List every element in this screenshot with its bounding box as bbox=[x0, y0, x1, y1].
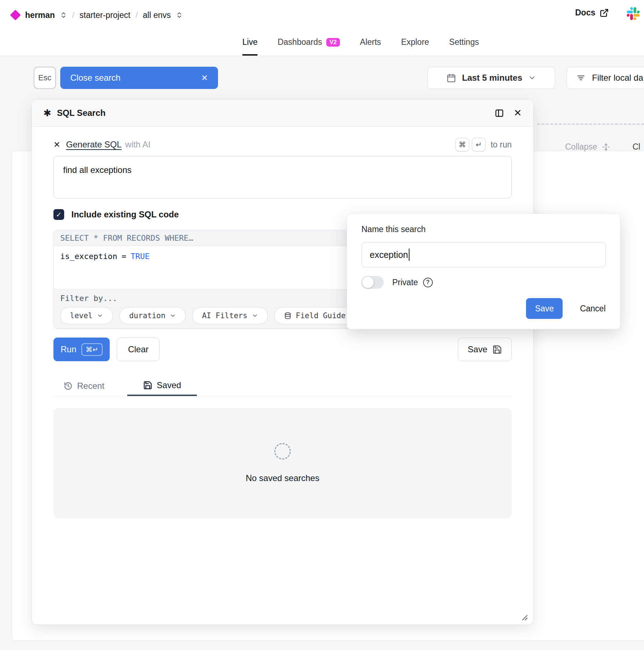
code-field: is_exception bbox=[60, 252, 117, 261]
generate-sql-row: ✕ Generate SQL with AI ⌘ ↵ to run bbox=[53, 137, 512, 152]
search-list-tabs: Recent Saved bbox=[53, 376, 512, 396]
ai-prompt-input[interactable]: find all exceptions bbox=[53, 156, 512, 198]
close-icon: ✕ bbox=[201, 74, 208, 82]
brand-diamond-icon bbox=[10, 10, 21, 20]
modal-title: Name this search bbox=[361, 225, 606, 234]
panel-title: SQL Search bbox=[57, 108, 106, 118]
generate-sql-suffix: with AI bbox=[125, 140, 151, 150]
env-selector[interactable]: all envs bbox=[143, 10, 171, 20]
private-label: Private bbox=[392, 278, 418, 287]
saved-searches-empty-state: No saved searches bbox=[53, 408, 512, 518]
close-search-button[interactable]: Close search ✕ bbox=[60, 67, 218, 89]
calendar-icon bbox=[446, 73, 456, 83]
sparkle-icon: ✱ bbox=[43, 108, 51, 119]
private-toggle-row: Private ? bbox=[361, 276, 606, 289]
private-toggle[interactable] bbox=[361, 276, 384, 289]
chevron-down-icon bbox=[170, 312, 176, 319]
sql-search-panel-header: ✱ SQL Search ✕ bbox=[32, 100, 533, 127]
check-icon: ✓ bbox=[56, 211, 62, 219]
collapse-icon bbox=[602, 143, 610, 151]
breadcrumb-separator: / bbox=[72, 10, 75, 20]
save-floppy-icon bbox=[143, 381, 152, 390]
generate-sql-link[interactable]: Generate SQL bbox=[66, 140, 122, 150]
chart-dashed-divider bbox=[537, 123, 644, 125]
database-icon bbox=[284, 312, 292, 320]
main-nav: Live Dashboards V2 Alerts Explore Settin… bbox=[242, 37, 479, 56]
search-name-value: exception bbox=[370, 250, 408, 260]
time-range-label: Last 5 minutes bbox=[462, 73, 522, 83]
chip-ai-filters[interactable]: AI Filters bbox=[192, 307, 267, 324]
include-sql-label: Include existing SQL code bbox=[71, 209, 179, 220]
breadcrumb-separator: / bbox=[136, 10, 138, 20]
breadcrumb: herman / starter-project / all envs bbox=[11, 7, 183, 23]
filter-local-button[interactable]: Filter local da bbox=[567, 67, 644, 89]
run-shortcut-badge: ⌘↵ bbox=[81, 343, 103, 356]
cmd-key-icon: ⌘ bbox=[455, 138, 469, 151]
org-selector[interactable]: herman bbox=[25, 10, 55, 20]
editor-actions-row: Run ⌘↵ Clear Save bbox=[53, 338, 512, 361]
sql-search-panel: ✱ SQL Search ✕ ✕ Generate SQL with AI ⌘ … bbox=[32, 99, 534, 625]
code-operator: = bbox=[122, 252, 126, 261]
tab-dashboards[interactable]: Dashboards V2 bbox=[278, 37, 340, 56]
chip-field-guide[interactable]: Field Guide bbox=[274, 307, 355, 324]
esc-key-badge: Esc bbox=[34, 67, 56, 89]
dismiss-generate-icon[interactable]: ✕ bbox=[53, 140, 60, 150]
chip-level[interactable]: level bbox=[60, 307, 113, 324]
empty-spinner-icon bbox=[274, 443, 291, 460]
clear-filters-partial-label[interactable]: Cl bbox=[633, 142, 640, 152]
tab-live[interactable]: Live bbox=[242, 37, 257, 56]
tab-saved[interactable]: Saved bbox=[127, 376, 197, 396]
clear-button[interactable]: Clear bbox=[117, 338, 160, 361]
panel-resize-handle[interactable] bbox=[520, 613, 528, 621]
close-panel-icon[interactable]: ✕ bbox=[513, 108, 522, 118]
tab-settings[interactable]: Settings bbox=[449, 37, 479, 56]
run-shortcut-hint: ⌘ ↵ to run bbox=[455, 138, 512, 151]
chevron-down-icon bbox=[97, 312, 103, 319]
collapse-label: Collapse bbox=[565, 142, 597, 152]
code-value: TRUE bbox=[131, 252, 150, 261]
help-question-icon[interactable]: ? bbox=[423, 278, 433, 287]
include-sql-checkbox[interactable]: ✓ bbox=[53, 209, 64, 220]
text-caret bbox=[409, 249, 409, 261]
search-name-input[interactable]: exception bbox=[361, 242, 606, 267]
empty-state-message: No saved searches bbox=[246, 473, 319, 483]
collapse-control[interactable]: Collapse bbox=[565, 142, 610, 152]
chevron-up-down-icon[interactable] bbox=[60, 11, 67, 19]
tab-explore[interactable]: Explore bbox=[401, 37, 429, 56]
chevron-up-down-icon[interactable] bbox=[176, 11, 183, 19]
modal-save-button[interactable]: Save bbox=[526, 298, 563, 319]
project-selector[interactable]: starter-project bbox=[80, 10, 131, 20]
name-search-modal: Name this search exception Private ? Sav… bbox=[347, 213, 620, 329]
filter-lines-icon bbox=[576, 73, 586, 83]
filter-local-label: Filter local da bbox=[592, 73, 643, 83]
modal-cancel-button[interactable]: Cancel bbox=[580, 304, 606, 314]
save-floppy-icon bbox=[492, 345, 502, 354]
save-search-button[interactable]: Save bbox=[458, 338, 512, 361]
modal-actions: Save Cancel bbox=[361, 298, 606, 319]
time-range-dropdown[interactable]: Last 5 minutes bbox=[427, 67, 555, 89]
chip-duration[interactable]: duration bbox=[119, 307, 186, 324]
docs-link[interactable]: Docs bbox=[575, 8, 609, 18]
close-search-label: Close search bbox=[70, 73, 120, 83]
toggle-knob bbox=[362, 277, 374, 288]
enter-key-icon: ↵ bbox=[472, 138, 486, 151]
top-bar: herman / starter-project / all envs Docs bbox=[0, 0, 644, 56]
run-hint-label: to run bbox=[491, 140, 512, 150]
docs-label: Docs bbox=[575, 8, 595, 18]
dock-to-side-icon[interactable] bbox=[494, 108, 504, 118]
tab-recent[interactable]: Recent bbox=[63, 376, 104, 396]
chevron-down-icon bbox=[528, 74, 536, 82]
slack-icon[interactable] bbox=[627, 7, 640, 20]
external-link-icon bbox=[600, 8, 609, 18]
tab-alerts[interactable]: Alerts bbox=[360, 37, 381, 56]
chevron-down-icon bbox=[252, 312, 258, 319]
run-button[interactable]: Run ⌘↵ bbox=[53, 338, 110, 361]
history-icon bbox=[63, 381, 73, 391]
v2-badge: V2 bbox=[326, 38, 340, 47]
run-label: Run bbox=[61, 344, 76, 354]
